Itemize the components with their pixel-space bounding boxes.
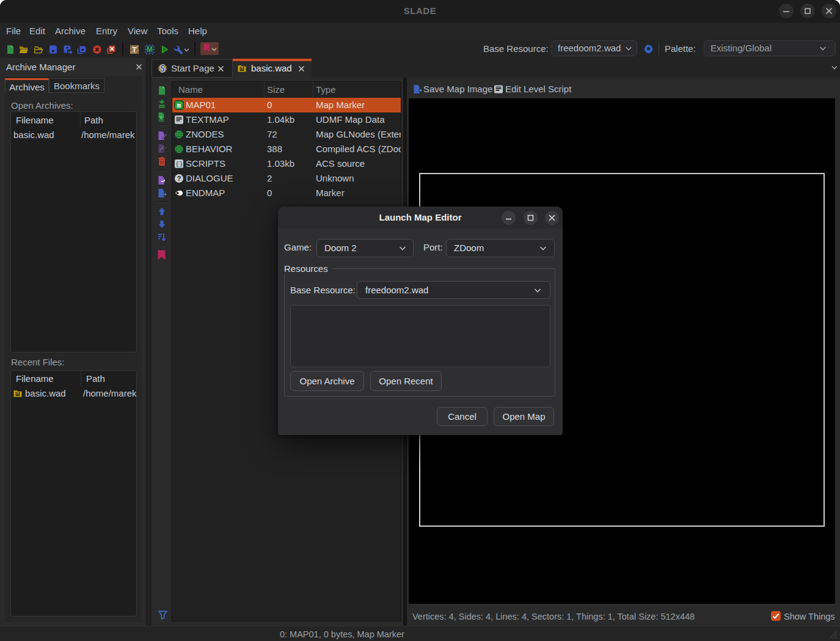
svg-text:M: M: [147, 45, 153, 54]
svg-text:{}: {}: [175, 161, 183, 168]
svg-text:T: T: [132, 46, 137, 54]
svg-text:m: m: [177, 102, 181, 109]
svg-text:?: ?: [177, 175, 181, 182]
